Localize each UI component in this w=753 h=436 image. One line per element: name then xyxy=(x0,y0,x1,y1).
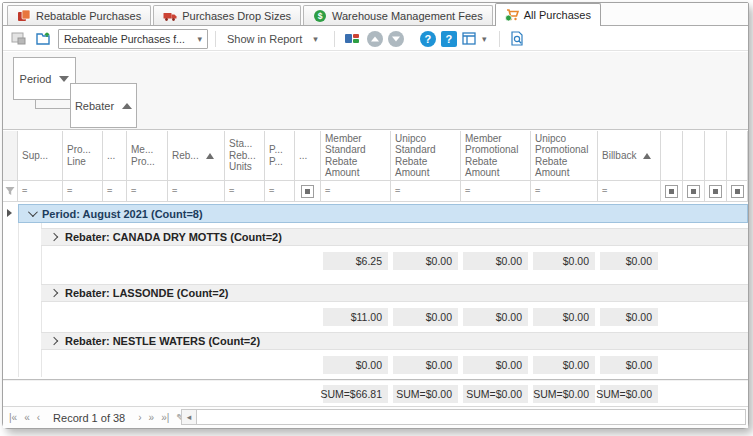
group-field-rebater[interactable]: Rebater xyxy=(70,83,137,128)
report-selector-dropdown[interactable]: Rebateable Purchases f... ▾ xyxy=(58,29,208,49)
group-row-rebater-nestle-waters[interactable]: Rebater: NESTLE WATERS (Count=2) xyxy=(41,332,748,350)
equals-operator-icon[interactable]: = xyxy=(67,186,73,196)
tab-purchases-drop-sizes[interactable]: Purchases Drop Sizes xyxy=(153,5,301,25)
funnel-icon xyxy=(5,186,15,196)
arrow-down-icon xyxy=(392,36,400,41)
svg-text:$: $ xyxy=(318,11,323,21)
filter-cell-checkbox[interactable] xyxy=(705,181,727,202)
group-row-rebater-lassonde[interactable]: Rebater: LASSONDE (Count=2) xyxy=(41,284,748,302)
checkbox-indeterminate-icon[interactable] xyxy=(301,185,314,198)
column-header-member-promotional-rebate-amount[interactable]: Member Promotional Rebate Amount xyxy=(461,131,531,181)
checkbox-indeterminate-icon[interactable] xyxy=(665,185,678,198)
chevron-right-icon[interactable] xyxy=(50,233,58,241)
chevron-right-icon[interactable] xyxy=(50,337,58,345)
next-page-button[interactable]: » xyxy=(149,413,155,423)
checkbox-indeterminate-icon[interactable] xyxy=(731,185,744,198)
sort-asc-icon xyxy=(643,153,651,159)
filter-cell[interactable]: = xyxy=(63,181,103,202)
color-tiles-button[interactable] xyxy=(342,29,362,48)
equals-operator-icon[interactable]: = xyxy=(22,186,28,196)
column-header-ellipsis-2[interactable]: ... xyxy=(295,131,321,181)
column-header-member-product[interactable]: Me... Pro... xyxy=(127,131,168,181)
filter-cell-checkbox[interactable] xyxy=(661,181,683,202)
first-record-button[interactable]: |« xyxy=(9,413,17,423)
next-record-button[interactable]: › xyxy=(138,413,141,423)
column-header-product-line[interactable]: Pro... Line xyxy=(63,131,103,181)
move-up-button[interactable] xyxy=(367,31,383,47)
group-row-label: Period: August 2021 (Count=8) xyxy=(42,208,203,220)
chevron-down-icon[interactable] xyxy=(28,207,38,217)
filter-cell[interactable]: = xyxy=(598,181,661,202)
show-in-report-dropdown[interactable]: Show in Report ▾ xyxy=(223,29,327,49)
filter-cell-checkbox[interactable] xyxy=(295,181,321,202)
column-header-narrow-3[interactable] xyxy=(705,131,727,181)
column-header-narrow-2[interactable] xyxy=(683,131,705,181)
chevron-right-icon[interactable] xyxy=(50,289,58,297)
equals-operator-icon[interactable]: = xyxy=(535,186,541,196)
last-record-button[interactable]: »| xyxy=(161,413,169,423)
move-down-button[interactable] xyxy=(388,31,404,47)
column-header-unipco-promotional-rebate-amount[interactable]: Unipco Promotional Rebate Amount xyxy=(531,131,598,181)
column-header-billback[interactable]: Billback xyxy=(598,131,661,181)
tab-label: Rebatable Purchases xyxy=(36,10,141,22)
equals-operator-icon[interactable]: = xyxy=(395,186,401,196)
group-by-panel: Period Rebater xyxy=(3,52,748,130)
prev-record-button[interactable]: ‹ xyxy=(37,413,40,423)
group-row-period[interactable]: Period: August 2021 (Count=8) xyxy=(18,204,748,223)
equals-operator-icon[interactable]: = xyxy=(325,186,331,196)
filter-cell[interactable]: = xyxy=(531,181,598,202)
group-field-period[interactable]: Period xyxy=(13,57,76,100)
filter-cell[interactable]: = xyxy=(18,181,63,202)
tab-warehouse-management-fees[interactable]: $ Warehouse Management Fees xyxy=(303,5,493,25)
chevron-down-icon: ▾ xyxy=(308,34,323,44)
tab-rebatable-purchases[interactable]: Rebatable Purchases xyxy=(7,5,151,25)
column-header-supplier[interactable]: Sup... xyxy=(18,131,63,181)
filter-cell-checkbox[interactable] xyxy=(683,181,705,202)
tab-label: Purchases Drop Sizes xyxy=(182,10,291,22)
column-header-unipco-standard-rebate-amount[interactable]: Unipco Standard Rebate Amount xyxy=(391,131,461,181)
equals-operator-icon[interactable]: = xyxy=(229,186,235,196)
checkbox-indeterminate-icon[interactable] xyxy=(709,185,722,198)
column-header-p-p[interactable]: P... P... xyxy=(265,131,295,181)
filter-cell[interactable]: = xyxy=(265,181,295,202)
filter-cell[interactable]: = xyxy=(127,181,168,202)
tab-bar: Rebatable Purchases Purchases Drop Sizes… xyxy=(3,3,748,26)
summary-cell: $0.00 xyxy=(393,252,458,270)
group-row-label: Rebater: LASSONDE (Count=2) xyxy=(65,287,229,299)
filter-cell[interactable]: = xyxy=(321,181,391,202)
layout-options-button[interactable]: ▾ xyxy=(462,29,492,48)
column-header-narrow-4[interactable] xyxy=(727,131,748,181)
column-header-ellipsis-1[interactable]: ... xyxy=(103,131,127,181)
equals-operator-icon[interactable]: = xyxy=(602,186,608,196)
scroll-left-button[interactable]: ◂ xyxy=(182,410,197,424)
equals-operator-icon[interactable]: = xyxy=(172,186,178,196)
filter-cell[interactable]: = xyxy=(168,181,225,202)
filter-cell[interactable]: = xyxy=(461,181,531,202)
help-square-button[interactable]: ? xyxy=(441,31,457,47)
group-row-rebater-canada-dry-motts[interactable]: Rebater: CANADA DRY MOTTS (Count=2) xyxy=(41,228,748,246)
filter-cell[interactable]: = xyxy=(391,181,461,202)
filter-cell-checkbox[interactable] xyxy=(727,181,748,202)
equals-operator-icon[interactable]: = xyxy=(131,186,137,196)
column-header-rebater[interactable]: Reb... xyxy=(168,131,225,181)
horizontal-scrollbar[interactable]: ◂ xyxy=(181,409,746,425)
column-header-standard-rebate-units[interactable]: Sta... Reb... Units xyxy=(225,131,265,181)
tab-all-purchases[interactable]: All Purchases xyxy=(495,3,601,26)
filter-cell[interactable]: = xyxy=(225,181,265,202)
export-layout-button[interactable] xyxy=(33,29,53,48)
report-selector-value: Rebateable Purchases f... xyxy=(64,33,192,45)
equals-operator-icon[interactable]: = xyxy=(465,186,471,196)
help-circle-button[interactable]: ? xyxy=(420,31,436,47)
print-preview-button[interactable] xyxy=(507,29,527,48)
checkbox-indeterminate-icon[interactable] xyxy=(687,185,700,198)
layout-restore-button[interactable] xyxy=(8,29,28,48)
column-header-member-standard-rebate-amount[interactable]: Member Standard Rebate Amount xyxy=(321,131,391,181)
column-label: ... xyxy=(299,150,307,162)
equals-operator-icon[interactable]: = xyxy=(269,186,275,196)
dollar-circle-icon: $ xyxy=(313,9,327,23)
column-header-narrow-1[interactable] xyxy=(661,131,683,181)
prev-page-button[interactable]: « xyxy=(24,413,30,423)
filter-cell[interactable]: = xyxy=(103,181,127,202)
equals-operator-icon[interactable]: = xyxy=(107,186,113,196)
toolbar-separator xyxy=(334,31,335,47)
